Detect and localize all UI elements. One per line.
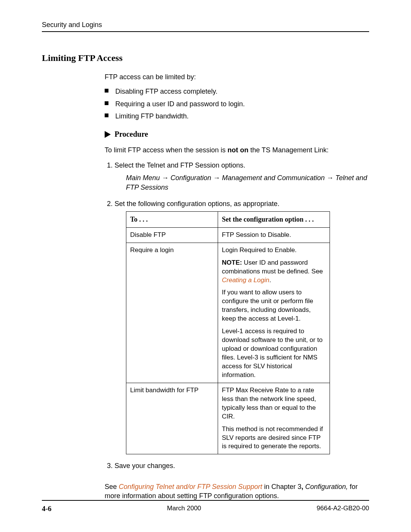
text: . [269, 276, 271, 284]
step-1: Select the Telnet and FTP Session option… [115, 161, 369, 192]
table-row: Require a login Login Required to Enable… [126, 243, 330, 383]
intro-text: FTP access can be limited by: [105, 72, 369, 81]
text: , [301, 483, 305, 490]
config-table: To . . . Set the configuration option . … [126, 211, 330, 454]
bold-text: not on [228, 146, 249, 154]
triangle-right-icon [105, 131, 111, 138]
arrow-right-icon: → [327, 174, 333, 182]
text: To limit FTP access when the session is [105, 146, 228, 154]
path-part: Main Menu [126, 174, 162, 182]
note-label: NOTE: [222, 259, 242, 266]
table-head-right: Set the configuration option . . . [218, 212, 330, 227]
cross-ref-link[interactable]: Creating a Login [222, 276, 269, 284]
procedure-label: Procedure [115, 129, 148, 139]
section-title: Limiting FTP Access [42, 53, 369, 63]
arrow-right-icon: → [213, 174, 220, 182]
bullet-text: Disabling FTP access completely. [115, 88, 217, 95]
body-block: FTP access can be limited by: Disabling … [105, 72, 369, 500]
italic-text: Configuration, [305, 483, 348, 490]
cell-left: Limit bandwidth for FTP [126, 383, 218, 454]
cell-para: This method is not recommended if SLV re… [222, 425, 326, 451]
bullet-text: Limiting FTP bandwidth. [115, 112, 189, 120]
table-head-left: To . . . [126, 212, 218, 227]
table-row: Disable FTP FTP Session to Disable. [126, 227, 330, 243]
procedure-steps: Select the Telnet and FTP Session option… [105, 161, 369, 470]
cell-left: Require a login [126, 243, 218, 383]
cell-para: Login Required to Enable. [222, 246, 326, 255]
page-footer: 4-6 March 2000 9664-A2-GB20-00 [42, 500, 369, 513]
cell-para: NOTE: User ID and password combinations … [222, 259, 326, 285]
path-part: Management and Communication [222, 174, 327, 182]
step-2: Set the following configuration options,… [115, 199, 369, 454]
step-text: Select the Telnet and FTP Session option… [115, 161, 245, 169]
running-head: Security and Logins [42, 21, 369, 32]
bullet-item: Disabling FTP access completely. [115, 87, 369, 96]
table-row: Limit bandwidth for FTP FTP Max Receive … [126, 383, 330, 454]
bullet-text: Requiring a user ID and password to logi… [115, 100, 245, 108]
path-part: Configuration [170, 174, 213, 182]
step-text: Save your changes. [115, 462, 175, 470]
procedure-lead: To limit FTP access when the session is … [105, 145, 369, 155]
bullet-item: Requiring a user ID and password to logi… [115, 99, 369, 109]
cell-left: Disable FTP [126, 227, 218, 243]
cross-ref-link[interactable]: Configuring Telnet and/or FTP Session Su… [119, 483, 262, 490]
procedure-heading: Procedure [105, 129, 369, 139]
cell-para: Level-1 access is required to download s… [222, 327, 326, 380]
bullet-list: Disabling FTP access completely. Requiri… [105, 87, 369, 121]
menu-path: Main Menu → Configuration → Management a… [126, 173, 369, 192]
cell-para: If you want to allow users to configure … [222, 288, 326, 323]
cell-right: FTP Max Receive Rate to a rate less than… [218, 383, 330, 454]
text: the TS Management Link: [249, 146, 329, 154]
cell-para: FTP Max Receive Rate to a rate less than… [222, 386, 326, 421]
step-text: Set the following configuration options,… [115, 200, 279, 208]
doc-number: 9664-A2-GB20-00 [317, 505, 369, 513]
footer-date: March 2000 [167, 505, 201, 513]
bullet-item: Limiting FTP bandwidth. [115, 112, 369, 121]
text: in Chapter 3 [262, 483, 301, 490]
page-number: 4-6 [42, 505, 51, 513]
arrow-right-icon: → [162, 174, 169, 182]
step-3: Save your changes. [115, 461, 369, 470]
reference-para: See Configuring Telnet and/or FTP Sessio… [105, 482, 369, 501]
text: See [105, 483, 119, 490]
cell-right: Login Required to Enable. NOTE: User ID … [218, 243, 330, 383]
cell-right: FTP Session to Disable. [218, 227, 330, 243]
